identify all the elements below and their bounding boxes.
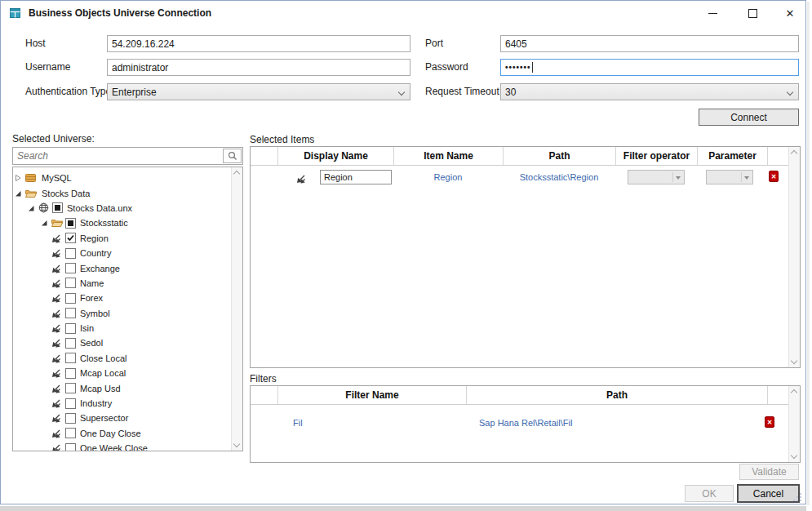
tree-item[interactable]: Supersector bbox=[13, 411, 232, 425]
dimension-icon bbox=[51, 248, 64, 258]
tree-item[interactable]: Sedol bbox=[13, 335, 232, 350]
tree-item-label: Forex bbox=[80, 293, 103, 303]
host-label: Host bbox=[25, 35, 46, 52]
tree-checkbox[interactable] bbox=[65, 428, 76, 438]
tree-expander-icon[interactable] bbox=[15, 189, 23, 198]
tree-item[interactable]: Stocks Data bbox=[13, 185, 232, 200]
connect-button[interactable]: Connect bbox=[699, 109, 799, 126]
filter-operator-select[interactable] bbox=[628, 170, 685, 184]
tree-item[interactable]: Stocksstatic bbox=[13, 216, 232, 230]
username-input[interactable] bbox=[107, 59, 410, 76]
tree-expander-icon[interactable] bbox=[15, 174, 23, 182]
tree-item[interactable]: Mcap Local bbox=[13, 366, 232, 380]
resize-grip[interactable] bbox=[793, 491, 803, 501]
delete-item-button[interactable]: ✕ bbox=[769, 171, 779, 182]
tree-checkbox[interactable] bbox=[65, 263, 76, 273]
parameter-select[interactable] bbox=[706, 170, 753, 184]
username-label: Username bbox=[25, 59, 70, 76]
column-header-parameter[interactable]: Parameter bbox=[697, 147, 767, 165]
scroll-down-icon[interactable] bbox=[791, 452, 797, 459]
column-header bbox=[767, 386, 789, 404]
auth-type-value: Enterprise bbox=[112, 87, 157, 98]
minimize-button[interactable] bbox=[698, 1, 727, 25]
tree-item[interactable]: Mcap Usd bbox=[13, 380, 232, 395]
dimension-icon bbox=[51, 293, 64, 303]
selected-items-label: Selected Items bbox=[250, 134, 314, 145]
selected-items-scrollbar[interactable] bbox=[788, 147, 800, 367]
tree-checkbox[interactable] bbox=[65, 278, 76, 288]
tree-item[interactable]: One Week Close bbox=[13, 441, 232, 451]
tree-checkbox[interactable] bbox=[65, 368, 76, 379]
column-header-item-name[interactable]: Item Name bbox=[393, 147, 503, 165]
auth-type-select[interactable]: Enterprise bbox=[107, 83, 410, 100]
ok-button[interactable]: OK bbox=[685, 485, 734, 502]
column-header-filter-name[interactable]: Filter Name bbox=[277, 386, 466, 404]
chevron-down-icon bbox=[787, 89, 793, 96]
password-input[interactable]: ••••••• bbox=[500, 59, 799, 76]
scroll-down-icon[interactable] bbox=[791, 358, 797, 364]
tree-scrollbar[interactable] bbox=[231, 167, 242, 451]
tree-checkbox[interactable] bbox=[65, 323, 76, 334]
search-input[interactable] bbox=[13, 148, 221, 164]
tree-item-label: One Week Close bbox=[80, 443, 148, 451]
tree-item[interactable]: MySQL bbox=[13, 171, 232, 185]
column-header-filter-path[interactable]: Path bbox=[466, 386, 767, 404]
column-header-display-name[interactable]: Display Name bbox=[277, 147, 393, 165]
scroll-up-icon[interactable] bbox=[791, 389, 797, 396]
dimension-icon bbox=[51, 353, 64, 363]
tree-item-label: Close Local bbox=[80, 353, 126, 363]
tree-item[interactable]: One Day Close bbox=[13, 426, 232, 441]
column-header bbox=[251, 147, 277, 165]
column-header-filter-operator[interactable]: Filter operator bbox=[615, 147, 697, 165]
tree-item[interactable]: Symbol bbox=[13, 306, 232, 321]
tree-checkbox[interactable] bbox=[65, 398, 76, 409]
password-label: Password bbox=[425, 59, 468, 76]
tree-checkbox[interactable] bbox=[65, 218, 76, 229]
cancel-button[interactable]: Cancel bbox=[737, 484, 800, 503]
tree-item[interactable]: Isin bbox=[13, 321, 232, 335]
delete-filter-button[interactable]: ✕ bbox=[765, 416, 774, 428]
tree-item[interactable]: Region bbox=[13, 231, 232, 246]
tree-checkbox[interactable] bbox=[65, 383, 76, 393]
tree-checkbox[interactable] bbox=[65, 443, 76, 451]
validate-button[interactable]: Validate bbox=[739, 464, 799, 480]
selected-items-header: Display Name Item Name Path Filter opera… bbox=[251, 147, 789, 166]
tree-expander-icon[interactable] bbox=[28, 204, 36, 212]
app-icon bbox=[9, 7, 22, 20]
filters-scrollbar[interactable] bbox=[788, 386, 800, 462]
universe-tree-panel: MySQLStocks DataStocks Data.unxStockssta… bbox=[12, 167, 243, 451]
folder-icon bbox=[25, 189, 38, 198]
tree-item[interactable]: Country bbox=[13, 246, 232, 260]
close-button[interactable]: ✕ bbox=[775, 1, 805, 25]
tree-item[interactable]: Stocks Data.unx bbox=[13, 201, 232, 216]
tree-checkbox[interactable] bbox=[65, 338, 76, 349]
tree-checkbox[interactable] bbox=[65, 233, 76, 243]
tree-checkbox[interactable] bbox=[65, 413, 76, 424]
host-input[interactable] bbox=[107, 35, 410, 52]
tree-item[interactable]: Name bbox=[13, 276, 232, 291]
display-name-input[interactable] bbox=[320, 170, 392, 184]
tree-item[interactable]: Exchange bbox=[13, 260, 232, 275]
selected-items-grid: Display Name Item Name Path Filter opera… bbox=[250, 146, 801, 368]
titlebar[interactable]: Business Objects Universe Connection ✕ bbox=[1, 1, 805, 25]
tree-checkbox[interactable] bbox=[65, 248, 76, 259]
maximize-button[interactable] bbox=[738, 1, 767, 25]
tree-checkbox[interactable] bbox=[65, 293, 76, 304]
tree-item[interactable]: Close Local bbox=[13, 351, 232, 366]
scroll-up-icon[interactable] bbox=[233, 171, 240, 177]
port-input[interactable] bbox=[500, 35, 799, 52]
column-header-path[interactable]: Path bbox=[503, 147, 615, 165]
tree-expander-icon[interactable] bbox=[41, 219, 49, 227]
tree-checkbox[interactable] bbox=[65, 353, 76, 363]
tree-item[interactable]: Forex bbox=[13, 291, 232, 305]
scroll-down-icon[interactable] bbox=[233, 441, 240, 447]
search-button[interactable] bbox=[223, 149, 242, 163]
tree-checkbox[interactable] bbox=[52, 202, 63, 213]
tree-item[interactable]: Industry bbox=[13, 396, 232, 411]
request-timeout-select[interactable]: 30 bbox=[500, 83, 799, 100]
tree-item-label: MySQL bbox=[42, 173, 72, 183]
dimension-icon bbox=[51, 368, 64, 378]
scroll-up-icon[interactable] bbox=[791, 150, 797, 157]
dimension-icon bbox=[51, 384, 64, 393]
tree-checkbox[interactable] bbox=[65, 308, 76, 318]
